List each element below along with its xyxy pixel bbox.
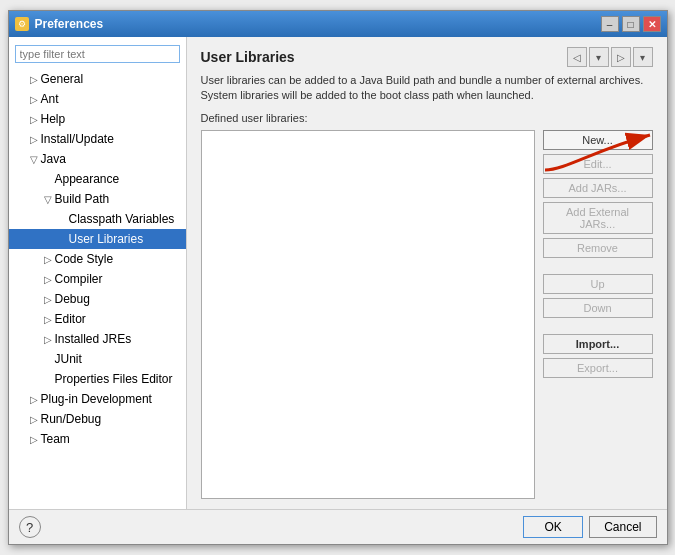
sidebar-label-run-debug: Run/Debug [41,412,102,426]
add-jars-button[interactable]: Add JARs... [543,178,653,198]
expand-icon-team: ▷ [27,434,41,445]
sidebar-item-properties-files[interactable]: Properties Files Editor [9,369,186,389]
sidebar-label-general: General [41,72,84,86]
sidebar-item-editor[interactable]: ▷ Editor [9,309,186,329]
new-button[interactable]: New... [543,130,653,150]
action-buttons: New... Edit... Add JARs... Add External … [543,130,653,499]
expand-icon-run-debug: ▷ [27,414,41,425]
sidebar-item-junit[interactable]: JUnit [9,349,186,369]
expand-icon-plugin: ▷ [27,394,41,405]
sidebar-label-compiler: Compiler [55,272,103,286]
panel-subtitle: Defined user libraries: [201,112,653,124]
sidebar-item-plugin-dev[interactable]: ▷ Plug-in Development [9,389,186,409]
sidebar-label-ant: Ant [41,92,59,106]
preferences-window: ⚙ Preferences – □ ✕ ▷ General ▷ Ant [8,10,668,545]
export-button[interactable]: Export... [543,358,653,378]
footer-buttons: OK Cancel [523,516,656,538]
sidebar-label-plugin: Plug-in Development [41,392,152,406]
expand-icon-help: ▷ [27,114,41,125]
panel-title: User Libraries [201,49,295,65]
edit-button[interactable]: Edit... [543,154,653,174]
import-button[interactable]: Import... [543,334,653,354]
title-bar-left: ⚙ Preferences [15,17,104,31]
sidebar-item-installed-jres[interactable]: ▷ Installed JREs [9,329,186,349]
remove-button[interactable]: Remove [543,238,653,258]
sidebar-item-ant[interactable]: ▷ Ant [9,89,186,109]
sidebar-item-run-debug[interactable]: ▷ Run/Debug [9,409,186,429]
footer: ? OK Cancel [9,509,667,544]
sidebar-item-java[interactable]: ▽ Java [9,149,186,169]
maximize-button[interactable]: □ [622,16,640,32]
libraries-area: New... Edit... Add JARs... Add External … [201,130,653,499]
sidebar-label-java: Java [41,152,66,166]
window-controls: – □ ✕ [601,16,661,32]
sidebar-item-help[interactable]: ▷ Help [9,109,186,129]
panel-description: User libraries can be added to a Java Bu… [201,73,653,104]
expand-icon-general: ▷ [27,74,41,85]
button-spacer-1 [543,262,653,270]
expand-icon-ant: ▷ [27,94,41,105]
add-external-jars-button[interactable]: Add External JARs... [543,202,653,234]
nav-dropdown[interactable]: ▾ [589,47,609,67]
expand-icon-install: ▷ [27,134,41,145]
sidebar-item-build-path[interactable]: ▽ Build Path [9,189,186,209]
content-area: ▷ General ▷ Ant ▷ Help ▷ Install/U [9,37,667,509]
expand-icon-code-style: ▷ [41,254,55,265]
window-icon: ⚙ [15,17,29,31]
forward-dropdown[interactable]: ▾ [633,47,653,67]
expand-icon-build-path: ▽ [41,194,55,205]
sidebar-item-team[interactable]: ▷ Team [9,429,186,449]
nav-buttons: ◁ ▾ ▷ ▾ [567,47,653,67]
ok-button[interactable]: OK [523,516,583,538]
down-button[interactable]: Down [543,298,653,318]
sidebar-label-team: Team [41,432,70,446]
window-title: Preferences [35,17,104,31]
sidebar-item-appearance[interactable]: Appearance [9,169,186,189]
sidebar-label-install: Install/Update [41,132,114,146]
expand-icon-compiler: ▷ [41,274,55,285]
sidebar-label-editor: Editor [55,312,86,326]
cancel-button[interactable]: Cancel [589,516,656,538]
sidebar-item-debug[interactable]: ▷ Debug [9,289,186,309]
close-button[interactable]: ✕ [643,16,661,32]
sidebar-item-general[interactable]: ▷ General [9,69,186,89]
sidebar-item-user-libraries[interactable]: User Libraries [9,229,186,249]
sidebar-label-help: Help [41,112,66,126]
sidebar-item-classpath-variables[interactable]: Classpath Variables [9,209,186,229]
back-button[interactable]: ◁ [567,47,587,67]
sidebar-label-installed-jres: Installed JREs [55,332,132,346]
up-button[interactable]: Up [543,274,653,294]
button-spacer-2 [543,322,653,330]
sidebar-label-classpath: Classpath Variables [69,212,175,226]
expand-icon-debug: ▷ [41,294,55,305]
sidebar: ▷ General ▷ Ant ▷ Help ▷ Install/U [9,37,187,509]
sidebar-label-properties: Properties Files Editor [55,372,173,386]
main-panel: User Libraries ◁ ▾ ▷ ▾ User libraries ca… [187,37,667,509]
sidebar-item-install-update[interactable]: ▷ Install/Update [9,129,186,149]
sidebar-item-compiler[interactable]: ▷ Compiler [9,269,186,289]
sidebar-label-user-libs: User Libraries [69,232,144,246]
panel-header: User Libraries ◁ ▾ ▷ ▾ [201,47,653,67]
sidebar-label-code-style: Code Style [55,252,114,266]
sidebar-label-junit: JUnit [55,352,82,366]
libraries-list[interactable] [201,130,535,499]
minimize-button[interactable]: – [601,16,619,32]
title-bar: ⚙ Preferences – □ ✕ [9,11,667,37]
sidebar-label-build-path: Build Path [55,192,110,206]
expand-icon-installed-jres: ▷ [41,334,55,345]
sidebar-item-code-style[interactable]: ▷ Code Style [9,249,186,269]
filter-input[interactable] [15,45,180,63]
help-button[interactable]: ? [19,516,41,538]
forward-button[interactable]: ▷ [611,47,631,67]
expand-icon-editor: ▷ [41,314,55,325]
sidebar-label-debug: Debug [55,292,90,306]
expand-icon-java: ▽ [27,154,41,165]
sidebar-label-appearance: Appearance [55,172,120,186]
